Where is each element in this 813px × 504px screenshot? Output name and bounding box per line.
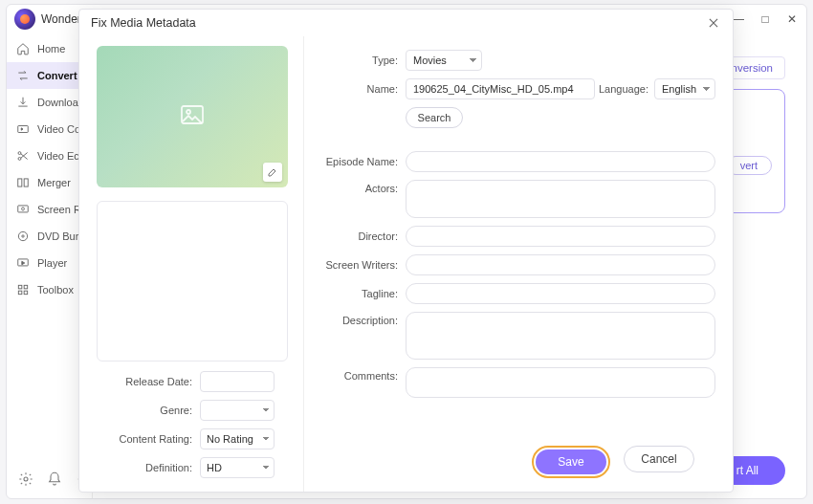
svg-rect-4	[24, 179, 28, 186]
toolbox-icon	[16, 283, 30, 296]
edit-cover-button[interactable]	[263, 163, 282, 182]
language-select[interactable]: English	[654, 78, 715, 99]
comments-input[interactable]	[406, 367, 715, 398]
dvd-icon	[16, 230, 30, 243]
sidebar-item-label: Video Ec	[37, 150, 79, 162]
tagline-input[interactable]	[406, 283, 715, 304]
type-label: Type:	[318, 55, 406, 66]
fix-metadata-modal: Fix Media Metadata Release Date: Genre:	[78, 9, 734, 493]
compress-icon	[16, 122, 30, 136]
maximize-button[interactable]: □	[758, 12, 772, 26]
content-rating-label: Content Rating:	[97, 433, 200, 445]
left-form: Release Date: Genre: Content Rating: No …	[97, 371, 288, 486]
player-icon	[16, 256, 30, 270]
svg-rect-3	[18, 179, 22, 186]
definition-select[interactable]: HD	[200, 457, 275, 478]
scissors-icon	[16, 149, 30, 163]
home-icon	[16, 42, 30, 55]
screen-record-icon	[16, 203, 30, 216]
app-logo-icon	[14, 9, 35, 30]
svg-rect-12	[18, 291, 22, 295]
image-placeholder-icon	[181, 105, 204, 128]
tagline-label: Tagline:	[318, 288, 406, 299]
episode-name-input[interactable]	[406, 151, 715, 172]
language-label: Language:	[595, 83, 654, 95]
director-input[interactable]	[406, 226, 715, 247]
svg-rect-11	[24, 285, 28, 289]
sidebar-item-label: DVD Bur	[37, 230, 78, 242]
svg-rect-5	[18, 206, 29, 212]
type-select[interactable]: Movies	[406, 50, 482, 71]
save-button-highlight: Save	[532, 446, 610, 478]
svg-point-6	[22, 208, 25, 210]
actors-input[interactable]	[406, 180, 715, 218]
genre-select[interactable]	[200, 400, 275, 421]
release-date-input[interactable]	[200, 371, 275, 392]
cover-art[interactable]	[97, 46, 288, 187]
svg-point-8	[22, 235, 24, 237]
screen-writers-input[interactable]	[406, 254, 715, 275]
sidebar-item-label: Convert	[37, 70, 77, 81]
modal-footer: Save Cancel	[318, 446, 715, 492]
save-button[interactable]: Save	[536, 449, 606, 474]
svg-point-16	[187, 110, 190, 114]
sidebar-item-label: Merger	[37, 177, 71, 188]
name-label: Name:	[318, 83, 406, 95]
sidebar-item-label: Downloa	[37, 97, 78, 108]
svg-point-7	[18, 231, 27, 240]
svg-rect-13	[24, 291, 28, 295]
screen-writers-label: Screen Writers:	[318, 259, 406, 271]
sidebar-item-label: Video Co	[37, 123, 80, 135]
definition-label: Definition:	[97, 462, 200, 473]
sidebar-item-label: Screen R	[37, 204, 81, 215]
episode-name-label: Episode Name:	[318, 156, 406, 167]
search-results-box	[97, 201, 288, 362]
description-input[interactable]	[406, 312, 715, 360]
modal-header: Fix Media Metadata	[79, 10, 733, 36]
converter-icon	[16, 69, 30, 82]
modal-title: Fix Media Metadata	[91, 16, 196, 30]
settings-icon[interactable]	[18, 471, 33, 487]
content-rating-select[interactable]: No Rating	[200, 428, 275, 449]
director-label: Director:	[318, 230, 406, 242]
left-panel: Release Date: Genre: Content Rating: No …	[79, 36, 304, 492]
svg-point-14	[24, 477, 28, 481]
modal-body: Release Date: Genre: Content Rating: No …	[79, 36, 733, 492]
modal-close-button[interactable]	[706, 15, 721, 31]
merger-icon	[16, 176, 30, 189]
right-panel: Type: Movies Name: Language: English Sea…	[304, 36, 736, 492]
close-button[interactable]: ✕	[785, 12, 799, 26]
release-date-label: Release Date:	[97, 376, 200, 387]
actors-label: Actors:	[318, 180, 406, 194]
app-title: Wonder	[41, 12, 81, 26]
minimize-button[interactable]: —	[732, 12, 745, 26]
download-icon	[16, 96, 30, 109]
svg-rect-10	[18, 285, 22, 289]
window-controls: — □ ✕	[732, 12, 799, 26]
search-button[interactable]: Search	[406, 107, 463, 128]
sidebar-item-label: Toolbox	[37, 284, 74, 296]
sidebar-item-label: Player	[37, 257, 67, 269]
name-input[interactable]	[406, 78, 595, 99]
genre-label: Genre:	[97, 405, 200, 416]
comments-label: Comments:	[318, 367, 406, 382]
sidebar-item-label: Home	[37, 43, 65, 55]
description-label: Description:	[318, 312, 406, 326]
cancel-button[interactable]: Cancel	[624, 446, 694, 472]
notification-icon[interactable]	[47, 471, 62, 487]
